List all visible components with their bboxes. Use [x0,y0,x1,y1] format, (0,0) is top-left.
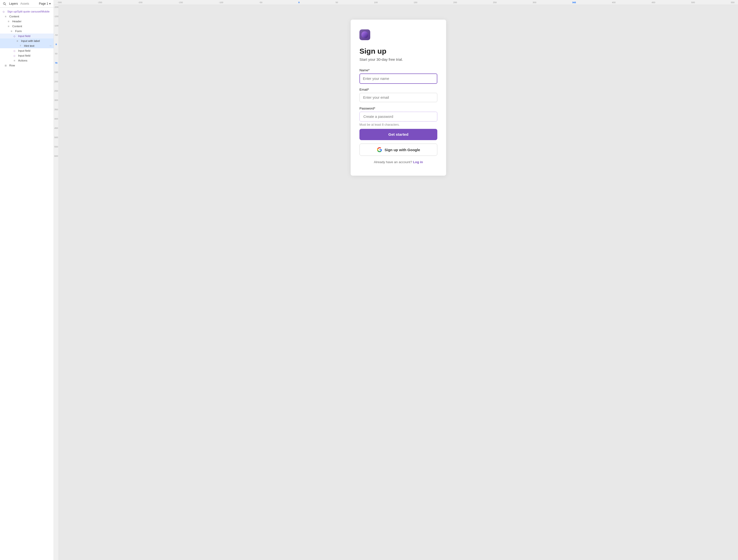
list-icon-header [7,20,10,23]
sidebar-item-hint-text[interactable]: Hint text ⁓ [0,43,54,48]
ruler-mark-500: 500 [691,1,695,4]
search-icon[interactable] [3,2,6,5]
sidebar-tree: Sign up/Split quote carousel/Mobile Cont… [0,8,54,560]
ruler-v-50: 50 [55,52,57,55]
ruler-v-250: 250 [54,90,58,92]
ruler-mark--300: -300 [57,1,62,4]
list-icon-actions [13,59,16,62]
ruler-mark-300: 300 [532,1,536,4]
assets-tab[interactable]: Assets [20,2,29,5]
sidebar-label-row: Row [9,64,15,67]
sidebar-item-input-field-2[interactable]: Input field [0,48,54,53]
list-icon [4,15,7,18]
ruler-mark--50: -50 [259,1,263,4]
list-icon-content [7,24,10,28]
ruler-v-500: 500 [54,136,58,138]
login-link[interactable]: Log in [413,160,423,164]
get-started-button[interactable]: Get started [359,129,437,140]
ruler-v-400: 400 [54,117,58,120]
ruler-mark--200: -200 [138,1,142,4]
sidebar: Layers Assets Page 1 ▾ Sign up/Split quo… [0,0,54,560]
main-area: -300 -250 -200 -150 -100 -50 0 50 100 15… [54,0,738,560]
canvas-with-rulers: -200 -150 -100 -50 0 50 70 150 200 250 3… [54,5,738,560]
sidebar-item-content[interactable]: Content [0,24,54,29]
ruler-v--100: -100 [54,24,58,27]
google-button-label: Sign up with Google [385,148,420,152]
ruler-v-70: 70 [55,62,57,64]
sidebar-item-input-field-1[interactable]: Input field [0,34,54,38]
name-input-wrapper [359,73,437,84]
name-field-group: Name* [359,68,437,84]
signup-card: Sign up Start your 30-day free trial. Na… [351,20,446,176]
ruler-mark-50: 50 [335,1,338,4]
canvas-scroll: Sign up Start your 30-day free trial. Na… [59,5,738,560]
logo-inner [361,31,368,38]
name-label: Name* [359,68,437,72]
sidebar-label-sign-up: Sign up/Split quote carousel/Mobile [7,10,49,13]
ruler-mark--250: -250 [98,1,102,4]
sidebar-label-input-field-2: Input field [18,49,30,52]
ruler-mark-343: 343 [572,1,576,4]
sidebar-item-form[interactable]: Form [0,29,54,34]
sidebar-item-input-field-3[interactable]: Input field [0,53,54,58]
row-icon: ⊞ [4,64,7,67]
name-input[interactable] [363,77,434,80]
sidebar-label-content-root: Content [9,15,19,18]
ruler-mark-150: 150 [414,1,417,4]
diamond-icon [2,10,5,13]
login-static-text: Already have an account? [374,160,412,164]
page-selector[interactable]: Page 1 ▾ [39,2,51,5]
sidebar-header-left: Layers Assets [3,2,29,5]
ruler-mark-450: 450 [652,1,655,4]
sidebar-item-sign-up-split[interactable]: Sign up/Split quote carousel/Mobile [0,9,54,14]
sidebar-item-actions[interactable]: Actions [0,58,54,63]
ruler-v-350: 350 [54,108,58,111]
ruler-v-550: 550 [54,146,58,148]
hide-icon: ⁓ [49,45,52,47]
sidebar-item-row[interactable]: ⊞ Row [0,63,54,68]
sidebar-label-header: Header [12,20,22,23]
ruler-mark-0: 0 [299,1,300,4]
sidebar-item-header[interactable]: Header [0,19,54,24]
sidebar-label-actions: Actions [18,59,27,62]
login-text: Already have an account? Log in [359,160,437,164]
ruler-v-200: 200 [54,80,58,83]
ruler-mark--150: -150 [178,1,183,4]
layers-tab[interactable]: Layers [9,2,18,5]
ruler-mark-400: 400 [612,1,616,4]
sidebar-label-form: Form [15,30,22,33]
ruler-v--200: -200 [54,6,58,8]
google-signup-button[interactable]: Sign up with Google [359,144,437,156]
password-input[interactable] [360,112,437,121]
card-title: Sign up [359,47,437,55]
svg-line-1 [5,4,6,5]
email-label: Email* [359,88,437,91]
sidebar-header: Layers Assets Page 1 ▾ [0,0,54,8]
sidebar-item-content-root[interactable]: Content [0,14,54,19]
layers-assets: Layers Assets [9,2,29,5]
email-input[interactable] [359,93,437,102]
ruler-v--50: -50 [55,34,58,36]
ruler-v-150: 150 [54,71,58,73]
password-label: Password* [359,106,437,110]
sidebar-label-input-with-label: Input with label [21,39,40,42]
diamond-icon-2 [13,49,16,52]
sidebar-item-input-with-label[interactable]: Input with label [0,38,54,43]
ruler-mark-100: 100 [374,1,378,4]
password-field-group: Password* Must be at least 8 characters. [359,106,437,126]
diamond-icon-1 [13,34,16,38]
email-field-group: Email* [359,88,437,102]
ruler-top: -300 -250 -200 -150 -100 -50 0 50 100 15… [54,0,738,5]
ruler-v--150: -150 [54,15,58,18]
ruler-mark-250: 250 [493,1,496,4]
ruler-mark--100: -100 [219,1,223,4]
password-hint: Must be at least 8 characters. [359,123,437,126]
list-icon-form [10,29,13,33]
google-logo-icon [377,147,382,153]
sidebar-label-input-field-3: Input field [18,54,30,57]
page-label: Page 1 [39,2,48,5]
ruler-v-600: 600 [54,155,58,157]
ruler-v-450: 450 [54,127,58,129]
list-icon-iwl [16,39,19,43]
sidebar-label-input-field-1: Input field [18,34,30,37]
